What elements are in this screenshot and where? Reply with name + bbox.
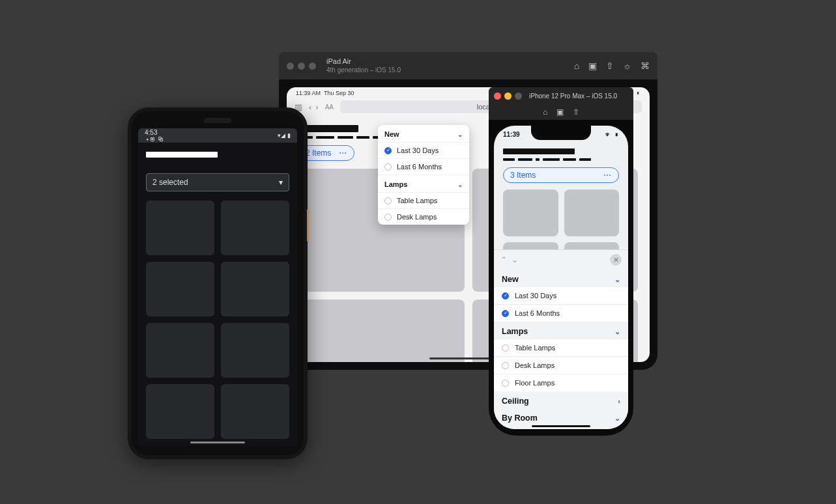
- android-screen: 4:53 ▪ ⛨ ⧉ ▾◢ ▮ 2 selected ▾: [138, 128, 297, 446]
- traffic-minimize[interactable]: [504, 92, 512, 100]
- product-tile[interactable]: [146, 384, 214, 439]
- android-status-icons-left: ▪ ⛨ ⧉: [145, 136, 164, 143]
- chevron-down-icon: ⌄: [457, 181, 463, 188]
- android-status-icons-right: ▾◢ ▮: [278, 132, 291, 139]
- product-tile[interactable]: [221, 384, 289, 439]
- radio-unchecked-icon: [384, 197, 392, 204]
- sheet-option[interactable]: Last 6 Months: [494, 304, 628, 322]
- dropdown-arrow-icon: ▾: [279, 178, 283, 187]
- iphone-notch: [531, 126, 591, 140]
- home-indicator[interactable]: [190, 441, 245, 443]
- sheet-option-label: Last 6 Months: [515, 309, 560, 317]
- ipad-date: Thu Sep 30: [324, 90, 354, 96]
- home-indicator[interactable]: [532, 425, 590, 427]
- android-speaker: [204, 118, 231, 123]
- product-tile[interactable]: [146, 323, 214, 378]
- iphone-bezel: 11:39 ᯤ ▮ 3 Items ⋯: [489, 120, 633, 436]
- breadcrumb: [503, 158, 619, 161]
- back-icon[interactable]: ‹: [309, 102, 311, 112]
- android-device: 4:53 ▪ ⛨ ⧉ ▾◢ ▮ 2 selected ▾: [128, 107, 308, 459]
- chevron-down-icon: ⌄: [614, 328, 620, 336]
- dropdown-option[interactable]: Table Lamps: [378, 192, 469, 208]
- share-icon[interactable]: ⇧: [573, 107, 579, 117]
- sheet-option-label: Desk Lamps: [515, 361, 555, 369]
- sheet-option-label: Floor Lamps: [515, 379, 555, 387]
- breadcrumb: [146, 164, 289, 167]
- forward-icon[interactable]: ›: [315, 102, 318, 112]
- filter-select-label: 2 selected: [152, 178, 188, 187]
- sheet-section-lamps[interactable]: Lamps ⌄: [494, 322, 628, 339]
- sheet-section-new[interactable]: New ⌄: [494, 270, 628, 287]
- appearance-icon[interactable]: ☼: [623, 61, 631, 71]
- filter-chip[interactable]: 3 Items ⋯: [503, 167, 619, 183]
- page-title: [503, 148, 575, 154]
- chevron-down-icon: ⌄: [614, 275, 620, 284]
- chevron-down-icon: ⌄: [457, 131, 463, 138]
- dropdown-section-title: Lamps: [384, 180, 407, 188]
- radio-unchecked-icon: [384, 214, 392, 221]
- radio-checked-icon: [502, 310, 509, 317]
- sheet-option[interactable]: Table Lamps: [494, 339, 628, 356]
- dropdown-section-new[interactable]: New ⌄: [378, 125, 469, 142]
- text-size-icon[interactable]: AA: [325, 104, 334, 111]
- chevron-down-icon[interactable]: ⌄: [512, 255, 518, 264]
- radio-checked-icon: [384, 147, 392, 154]
- close-icon[interactable]: ✕: [610, 254, 622, 266]
- dropdown-option[interactable]: Desk Lamps: [378, 208, 469, 225]
- product-tile[interactable]: [564, 189, 620, 236]
- traffic-close[interactable]: [494, 92, 501, 100]
- filter-select[interactable]: 2 selected ▾: [146, 173, 289, 191]
- ipad-sim-titlebar: iPad Air 4th generation – iOS 15.0 ⌂ ▣ ⇧…: [279, 52, 657, 79]
- dropdown-option-label: Table Lamps: [397, 197, 437, 204]
- keyboard-icon[interactable]: ⌘: [641, 61, 650, 71]
- sheet-option[interactable]: Floor Lamps: [494, 374, 628, 391]
- dropdown-option[interactable]: Last 30 Days: [378, 142, 469, 158]
- product-tile[interactable]: [221, 201, 289, 255]
- more-icon: ⋯: [339, 148, 347, 158]
- sheet-controls: ⌃ ⌄ ✕: [494, 250, 628, 270]
- iphone-page-content: 3 Items ⋯: [494, 138, 628, 254]
- iphone-sim-title: iPhone 12 Pro Max – iOS 15.0: [529, 92, 617, 100]
- traffic-close[interactable]: [287, 63, 294, 70]
- iphone-sim-titlebar: iPhone 12 Pro Max – iOS 15.0: [489, 87, 633, 104]
- traffic-minimize[interactable]: [298, 63, 305, 70]
- page-title: [146, 152, 218, 158]
- radio-unchecked-icon: [502, 362, 509, 369]
- home-icon[interactable]: ⌂: [574, 61, 579, 71]
- dropdown-option-label: Desk Lamps: [397, 213, 437, 221]
- screenshot-icon[interactable]: ▣: [588, 61, 597, 71]
- product-tile[interactable]: [146, 201, 214, 255]
- filter-chip-label: 2 Items: [306, 148, 331, 158]
- chevron-right-icon: ›: [618, 397, 620, 405]
- product-tile[interactable]: [503, 189, 558, 236]
- ipad-sim-device-name: iPad Air: [326, 57, 570, 66]
- dropdown-section-lamps[interactable]: Lamps ⌄: [378, 175, 469, 192]
- share-icon[interactable]: ⇧: [606, 61, 614, 71]
- filter-sheet: ⌃ ⌄ ✕ New ⌄ Last 30 Days Last 6 Months: [494, 249, 628, 429]
- product-tile[interactable]: [146, 262, 214, 316]
- sheet-section-ceiling[interactable]: Ceiling ›: [494, 391, 628, 408]
- screenshot-icon[interactable]: ▣: [556, 107, 564, 117]
- product-grid: [503, 189, 619, 254]
- ipad-sim-subtitle: 4th generation – iOS 15.0: [326, 66, 570, 74]
- android-time: 4:53: [145, 129, 157, 136]
- sheet-section-title: By Room: [502, 413, 538, 423]
- iphone-signal-icons: ᯤ ▮: [605, 131, 619, 138]
- product-tile[interactable]: [298, 300, 465, 362]
- traffic-zoom[interactable]: [309, 63, 316, 70]
- sheet-option-label: Last 30 Days: [515, 292, 556, 300]
- chevron-up-icon[interactable]: ⌃: [500, 255, 507, 264]
- traffic-zoom[interactable]: [515, 92, 522, 100]
- android-statusbar: 4:53 ▪ ⛨ ⧉ ▾◢ ▮: [138, 128, 297, 143]
- home-icon[interactable]: ⌂: [543, 107, 547, 117]
- sheet-option[interactable]: Last 30 Days: [494, 287, 628, 304]
- sheet-option[interactable]: Desk Lamps: [494, 356, 628, 374]
- dropdown-option[interactable]: Last 6 Months: [378, 158, 469, 175]
- product-tile[interactable]: [221, 262, 289, 316]
- product-tile[interactable]: [221, 323, 289, 378]
- sheet-option-label: Table Lamps: [515, 344, 555, 352]
- radio-unchecked-icon: [502, 344, 509, 352]
- radio-unchecked-icon: [384, 163, 392, 171]
- dropdown-option-label: Last 6 Months: [397, 163, 442, 171]
- ipad-sim-toolbar: ⌂ ▣ ⇧ ☼ ⌘: [574, 61, 650, 71]
